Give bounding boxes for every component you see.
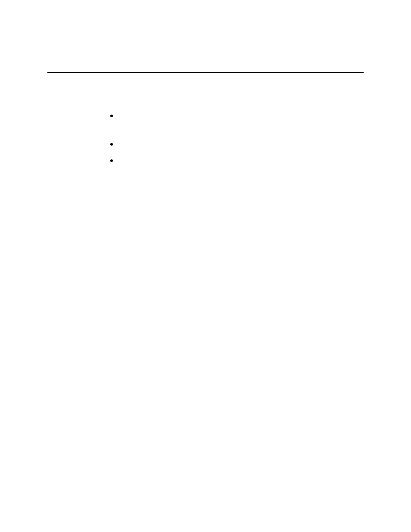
bullet-list: [108, 112, 364, 165]
list-item: [108, 140, 364, 148]
list-item: [108, 157, 364, 165]
top-horizontal-rule: [47, 72, 364, 73]
bottom-horizontal-rule: [47, 487, 364, 487]
list-item: [108, 112, 364, 132]
body-content: [108, 112, 364, 173]
